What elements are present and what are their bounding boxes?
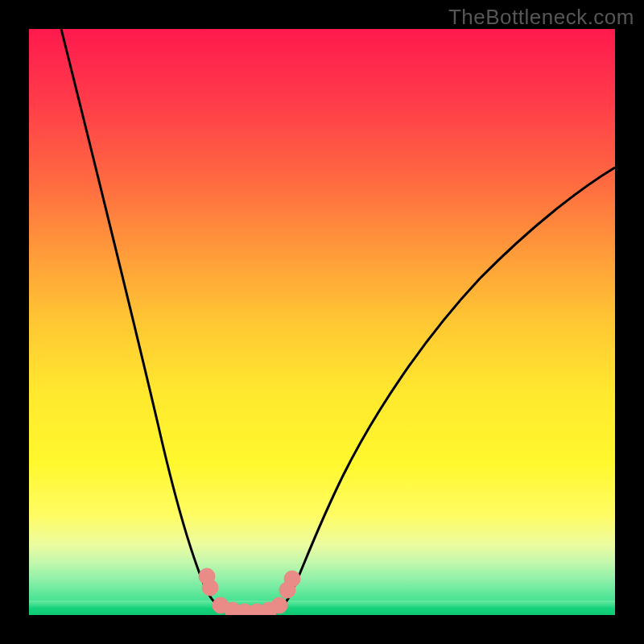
curve-svg: [29, 29, 615, 615]
marker-dot: [284, 571, 300, 587]
marker-dots-group: [199, 568, 300, 615]
plot-area: [29, 29, 615, 615]
left-curve: [61, 29, 245, 614]
marker-dot: [271, 597, 287, 613]
watermark-text: TheBottleneck.com: [448, 5, 634, 30]
chart-frame: TheBottleneck.com: [0, 0, 644, 644]
marker-dot: [202, 580, 218, 596]
right-curve: [272, 167, 615, 614]
